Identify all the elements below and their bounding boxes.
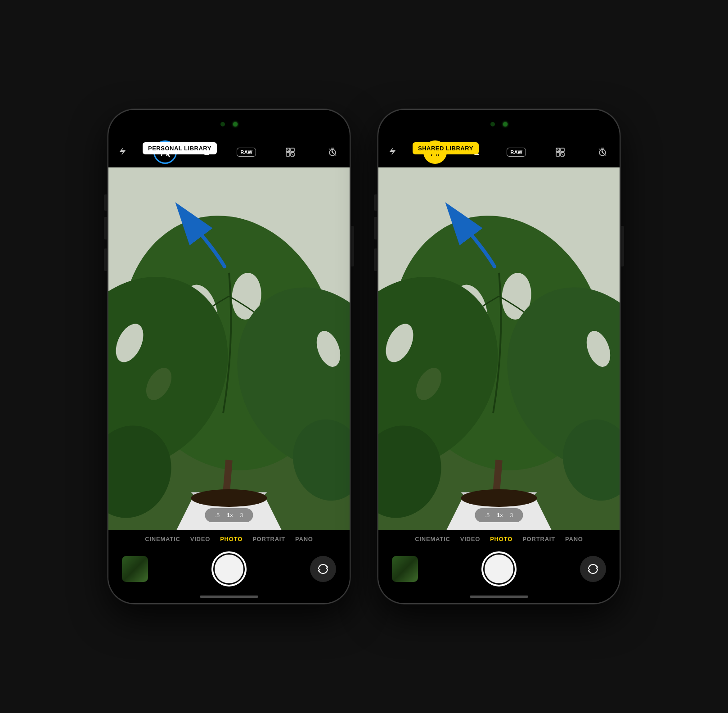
viewfinder-personal[interactable]: .5 1× 3 xyxy=(108,167,350,530)
bottom-controls-personal xyxy=(108,546,350,596)
flash-button-personal[interactable] xyxy=(117,146,127,158)
silent-switch-2[interactable] xyxy=(374,194,377,211)
zoom-half-personal[interactable]: .5 xyxy=(212,511,222,519)
mode-pano-shared[interactable]: PANO xyxy=(565,536,583,542)
raw-button-shared[interactable]: RAW xyxy=(507,148,526,157)
svg-point-47 xyxy=(461,489,537,507)
home-bar-personal xyxy=(200,596,258,598)
zoom-3x-shared[interactable]: 3 xyxy=(507,511,516,519)
timer-button-shared[interactable] xyxy=(594,144,611,160)
camera-modes-personal: CINEMATIC VIDEO PHOTO PORTRAIT PANO xyxy=(108,530,350,546)
mode-photo-personal[interactable]: PHOTO xyxy=(220,536,243,542)
library-label-shared: SHARED LIBRARY xyxy=(413,142,479,154)
dynamic-island-shared xyxy=(472,116,526,132)
library-label-personal: PERSONAL LIBRARY xyxy=(143,142,217,154)
phone-screen-personal: ▲ RAW xyxy=(108,110,350,603)
grid-button-personal[interactable] xyxy=(282,144,298,160)
svg-rect-4 xyxy=(291,148,294,152)
shutter-inner-personal xyxy=(215,555,243,583)
zoom-controls-personal: .5 1× 3 xyxy=(205,508,253,522)
mode-pano-personal[interactable]: PANO xyxy=(295,536,313,542)
svg-line-32 xyxy=(557,149,564,156)
power-button-2[interactable] xyxy=(621,226,624,266)
svg-rect-5 xyxy=(286,153,290,156)
shutter-button-personal[interactable] xyxy=(211,551,247,587)
volume-down-button-2[interactable] xyxy=(374,248,377,271)
flash-button-shared[interactable] xyxy=(387,146,397,158)
mode-photo-shared[interactable]: PHOTO xyxy=(490,536,512,542)
status-dot-shared xyxy=(503,122,508,126)
phone-personal: ▲ RAW xyxy=(108,109,351,604)
home-indicator-shared xyxy=(378,596,620,603)
power-button[interactable] xyxy=(351,226,354,266)
raw-button-personal[interactable]: RAW xyxy=(237,148,256,157)
zoom-half-shared[interactable]: .5 xyxy=(482,511,492,519)
dynamic-island-personal xyxy=(202,116,256,132)
volume-down-button[interactable] xyxy=(104,248,107,271)
phone-shared: ▲ RAW xyxy=(377,109,620,604)
mode-portrait-shared[interactable]: PORTRAIT xyxy=(522,536,555,542)
mode-video-shared[interactable]: VIDEO xyxy=(460,536,480,542)
mode-cinematic-personal[interactable]: CINEMATIC xyxy=(145,536,180,542)
front-camera-personal xyxy=(220,122,225,126)
plant-scene-personal: .5 1× 3 xyxy=(108,167,350,530)
shutter-inner-shared xyxy=(485,555,513,583)
plant-scene-shared: .5 1× 3 xyxy=(378,167,620,530)
phone-frame-personal: ▲ RAW xyxy=(108,109,351,604)
thumbnail-personal[interactable] xyxy=(122,556,148,582)
volume-up-button[interactable] xyxy=(104,217,107,239)
svg-rect-29 xyxy=(561,148,564,152)
bottom-controls-shared xyxy=(378,546,620,596)
mode-video-personal[interactable]: VIDEO xyxy=(190,536,210,542)
thumbnail-shared[interactable] xyxy=(392,556,418,582)
volume-up-button-2[interactable] xyxy=(374,217,377,239)
svg-line-7 xyxy=(287,149,294,156)
grid-button-shared[interactable] xyxy=(552,144,568,160)
svg-rect-30 xyxy=(556,153,560,156)
viewfinder-shared[interactable]: .5 1× 3 xyxy=(378,167,620,530)
mode-cinematic-shared[interactable]: CINEMATIC xyxy=(415,536,450,542)
shutter-button-shared[interactable] xyxy=(481,551,517,587)
timer-button-personal[interactable] xyxy=(324,144,341,160)
flip-camera-button-personal[interactable] xyxy=(310,556,336,582)
camera-modes-shared: CINEMATIC VIDEO PHOTO PORTRAIT PANO xyxy=(378,530,620,546)
phone-frame-shared: ▲ RAW xyxy=(377,109,620,604)
status-dot-personal xyxy=(233,122,238,126)
zoom-controls-shared: .5 1× 3 xyxy=(475,508,523,522)
zoom-1x-personal[interactable]: 1× xyxy=(224,511,235,519)
zoom-1x-shared[interactable]: 1× xyxy=(494,511,505,519)
zoom-3x-personal[interactable]: 3 xyxy=(237,511,246,519)
svg-point-22 xyxy=(191,489,267,507)
phone-screen-shared: ▲ RAW xyxy=(378,110,620,603)
front-camera-shared xyxy=(490,122,495,126)
mode-portrait-personal[interactable]: PORTRAIT xyxy=(252,536,285,542)
home-indicator-personal xyxy=(108,596,350,603)
silent-switch[interactable] xyxy=(104,194,107,211)
home-bar-shared xyxy=(470,596,528,598)
flip-camera-button-shared[interactable] xyxy=(580,556,606,582)
